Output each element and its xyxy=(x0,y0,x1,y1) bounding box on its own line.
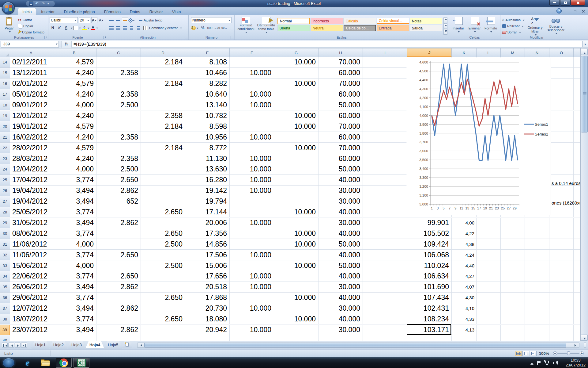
cell-F33[interactable] xyxy=(230,260,274,271)
cell-E29[interactable]: 20.006 xyxy=(185,218,230,228)
taskbar-clock[interactable]: 10:33 23/07/2012 xyxy=(566,358,586,368)
ribbon-tab-dise-o-de-p-gina[interactable]: Diseño de página xyxy=(59,8,99,15)
scroll-down-icon[interactable] xyxy=(581,335,588,341)
cell-G15[interactable] xyxy=(274,68,318,79)
cell-H25[interactable]: 40.000 xyxy=(318,175,363,186)
fill-handle[interactable] xyxy=(450,334,452,335)
cell-A14[interactable]: 02/12/2011 xyxy=(10,57,52,68)
action-center-flag-icon[interactable] xyxy=(537,361,541,365)
fill-color-button[interactable]: ◊ xyxy=(82,25,90,31)
cell-G30[interactable]: 10.000 xyxy=(274,228,318,239)
cell-C17[interactable]: 2.358 xyxy=(96,89,141,100)
paste-button[interactable]: Pegar xyxy=(1,16,17,35)
cell-K29[interactable]: 4,00 xyxy=(452,218,477,228)
cell-I22[interactable] xyxy=(363,143,407,153)
cell-M33[interactable] xyxy=(501,260,525,271)
cell-B35[interactable]: 3,494 xyxy=(52,282,96,293)
cell-I17[interactable] xyxy=(363,89,407,100)
cell-A31[interactable]: 11/06/2012 xyxy=(10,239,52,250)
cell-style-celda-vincul[interactable]: Celda vincul... xyxy=(377,18,409,24)
cell-H15[interactable]: 60.000 xyxy=(318,68,363,79)
cell-D39[interactable] xyxy=(141,325,185,335)
cell-B26[interactable]: 3,494 xyxy=(52,186,96,196)
cell-F32[interactable]: 10.000 xyxy=(230,250,274,260)
cell-D29[interactable] xyxy=(141,218,185,228)
page-layout-view-icon[interactable] xyxy=(522,351,529,356)
cell-K35[interactable]: 4,07 xyxy=(452,282,477,293)
column-header-H[interactable]: H xyxy=(318,48,363,57)
cell-C23[interactable]: 2.358 xyxy=(96,153,141,164)
cell-H24[interactable]: 50.000 xyxy=(318,164,363,175)
cell-D25[interactable] xyxy=(141,175,185,186)
font-size-combo[interactable]: 20 xyxy=(79,17,90,23)
gallery-scroll-up-icon[interactable] xyxy=(443,17,447,23)
column-header-L[interactable]: L xyxy=(477,48,501,57)
normal-view-icon[interactable] xyxy=(515,351,522,356)
ribbon-tab-inicio[interactable]: Inicio xyxy=(18,8,36,15)
cell-L37[interactable] xyxy=(477,303,501,314)
cell-A19[interactable]: 12/01/2012 xyxy=(10,111,52,121)
row-header-27[interactable]: 27 xyxy=(0,196,10,207)
cell-G16[interactable]: 10.000 xyxy=(274,79,318,89)
cell-D19[interactable]: 2.358 xyxy=(141,111,185,121)
cell-E23[interactable]: 11.130 xyxy=(185,153,230,164)
cell-P21[interactable] xyxy=(574,132,580,143)
cell-J38[interactable]: 108.234 xyxy=(407,314,452,325)
format-as-table-button[interactable]: Dar formato como tabla xyxy=(256,16,276,35)
cell-P14[interactable] xyxy=(574,57,580,68)
cell-F28[interactable] xyxy=(230,207,274,218)
cell-G18[interactable] xyxy=(274,100,318,111)
cell-B15[interactable]: 4,240 xyxy=(52,68,96,79)
cell-P24[interactable] xyxy=(574,164,580,175)
row-header-28[interactable]: 28 xyxy=(0,207,10,218)
cell-B29[interactable]: 3,494 xyxy=(52,218,96,228)
column-header-E[interactable]: E xyxy=(185,48,230,57)
column-header-O[interactable]: O xyxy=(549,48,574,57)
cell-K30[interactable]: 4,22 xyxy=(452,228,477,239)
sheet-tab-hoja2[interactable]: Hoja2 xyxy=(49,341,68,348)
taskbar-internet-explorer[interactable]: e xyxy=(20,358,36,368)
cell-C32[interactable]: 2.650 xyxy=(96,250,141,260)
cell-B39[interactable]: 3,494 xyxy=(52,325,96,335)
scroll-up-icon[interactable] xyxy=(581,49,588,55)
cell-J36[interactable]: 107.434 xyxy=(407,293,452,303)
clipboard-dialog-launcher-icon[interactable] xyxy=(44,36,47,39)
taskbar-excel[interactable]: X xyxy=(74,358,89,368)
cell-G36[interactable]: 10.000 xyxy=(274,293,318,303)
cell-P18[interactable] xyxy=(574,100,580,111)
cell-J40[interactable] xyxy=(407,335,452,341)
cell-C26[interactable]: 2.862 xyxy=(96,186,141,196)
cell-style-neutral[interactable]: Neutral xyxy=(311,25,343,31)
cell-A25[interactable]: 17/04/2012 xyxy=(10,175,52,186)
cell-E21[interactable]: 10.956 xyxy=(185,132,230,143)
cell-L40[interactable] xyxy=(477,335,501,341)
cell-G26[interactable] xyxy=(274,186,318,196)
cell-E24[interactable]: 13.630 xyxy=(185,164,230,175)
cell-A22[interactable]: 28/02/2012 xyxy=(10,143,52,153)
tab-split-handle[interactable] xyxy=(584,343,586,348)
column-header-C[interactable]: C xyxy=(96,48,141,57)
cell-O33[interactable] xyxy=(549,260,574,271)
ribbon-tab-revisar[interactable]: Revisar xyxy=(145,8,167,15)
cell-C30[interactable] xyxy=(96,228,141,239)
cell-C22[interactable] xyxy=(96,143,141,153)
row-header-16[interactable]: 16 xyxy=(0,79,10,89)
sheet-tab-hoja1[interactable]: Hoja1 xyxy=(31,341,50,348)
cell-H35[interactable]: 30.000 xyxy=(318,282,363,293)
cell-B14[interactable]: 4,579 xyxy=(52,57,96,68)
workbook-restore-icon[interactable] xyxy=(573,9,578,13)
cell-I40[interactable] xyxy=(363,335,407,341)
row-header-24[interactable]: 24 xyxy=(0,164,10,175)
cell-I24[interactable] xyxy=(363,164,407,175)
row-header-22[interactable]: 22 xyxy=(0,143,10,153)
cell-D36[interactable]: 2.650 xyxy=(141,293,185,303)
cell-style-salida[interactable]: Salida xyxy=(410,25,442,31)
cell-F22[interactable] xyxy=(230,143,274,153)
cell-A21[interactable]: 16/02/2012 xyxy=(10,132,52,143)
format-painter-button[interactable]: Copiar formato xyxy=(17,29,45,35)
cell-A23[interactable]: 28/03/2012 xyxy=(10,153,52,164)
scroll-left-icon[interactable] xyxy=(139,344,142,347)
find-select-button[interactable]: Buscar y seleccionar xyxy=(545,16,567,37)
cell-D24[interactable] xyxy=(141,164,185,175)
insert-function-icon[interactable]: fx xyxy=(61,41,72,48)
